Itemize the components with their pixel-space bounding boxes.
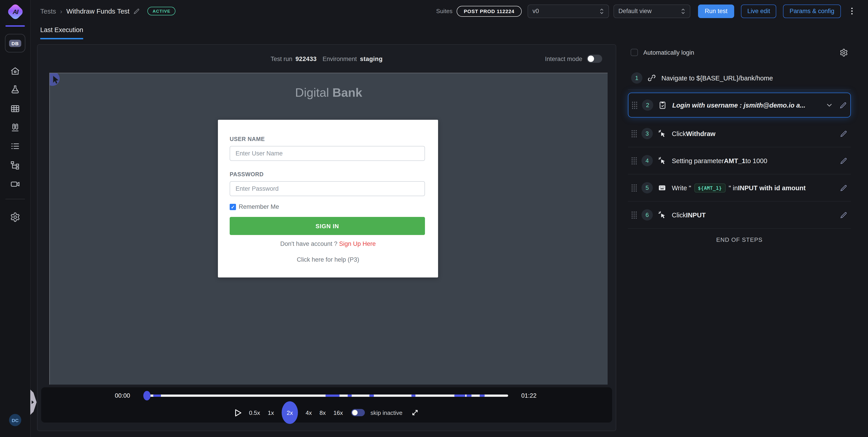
sign-in-button[interactable]: SIGN IN [230,217,425,235]
edit-title-icon[interactable] [133,8,140,14]
live-edit-button[interactable]: Live edit [741,4,776,18]
user-avatar[interactable]: DC [9,414,21,426]
step-text-part: INPUT with id amount [738,184,806,191]
edit-step-icon[interactable] [840,211,847,218]
step-row-2[interactable]: 2Login with username : jsmith@demo.io a.… [628,93,851,118]
keyboard-icon [658,184,666,192]
step-row-6[interactable]: 6Click INPUT [628,201,851,229]
breadcrumb-separator: › [60,7,62,15]
play-icon[interactable] [235,409,241,416]
sidebar-item-settings[interactable] [10,212,20,222]
fullscreen-icon[interactable] [412,409,419,416]
step-text-part: Click [672,211,686,218]
step-row-3[interactable]: 3Click Withdraw [628,120,851,147]
skip-inactive-toggle[interactable] [351,409,365,416]
login-card: USER NAME PASSWORD ✓ Remember Me SIGN IN… [218,120,438,278]
environment-value: staging [360,55,383,62]
remember-me-checkbox[interactable]: ✓ [230,204,236,210]
step-row-5[interactable]: 5Write " ${AMT_1} " in INPUT with id amo… [628,175,851,201]
tree-icon [10,160,20,170]
sidebar-item-tests[interactable] [10,85,20,95]
view-select-value: Default view [618,8,652,14]
activity-segment [347,395,352,397]
breadcrumb: Tests › Withdraw Funds Test ACTIVE [40,0,176,22]
step-actions [840,184,847,191]
time-current: 00:00 [115,392,130,399]
speed-16x[interactable]: 16x [333,409,343,416]
speed-1x[interactable]: 1x [268,409,274,416]
execution-panel: Test run 922433 Environment staging Inte… [37,44,616,431]
speed-4x[interactable]: 4x [306,409,312,416]
interact-mode-toggle[interactable] [587,55,602,63]
interact-mode: Interact mode [545,55,602,63]
username-label: USER NAME [230,136,265,142]
test-run-value: 922433 [296,55,317,62]
drag-handle-icon[interactable] [631,211,637,219]
edit-step-icon[interactable] [840,184,847,191]
step-text-part: Navigate to ${BASE_URL}/bank/home [661,74,773,82]
bank-title-light: Digital [295,86,329,99]
activity-segment [467,395,471,397]
speed-2x-active[interactable]: 2x [282,401,298,424]
playback-controls: 0.5x1x2x4x8x16x skip inactive [41,403,612,423]
signup-link[interactable]: Sign Up Here [339,241,376,247]
parameter-chip: ${AMT_1} [694,183,725,192]
steps-settings-gear-icon[interactable] [839,48,848,57]
remember-me-label: Remember Me [239,204,279,210]
step-text: Login with username : jsmith@demo.io a..… [672,101,805,109]
help-link[interactable]: Click here for help (P3) [218,256,438,263]
sidebar-item-table[interactable] [10,103,20,114]
step-text-part: to 1000 [745,157,767,164]
step-number-badge: 6 [642,209,653,221]
step-text-part: Withdraw [686,130,715,137]
tab-last-execution[interactable]: Last Execution [40,26,83,39]
sidebar-item-home[interactable] [10,66,20,76]
cursor-click-icon [658,156,666,165]
signup-row: Don't have account ? Sign Up Here [218,241,438,247]
suites-label: Suites [436,8,453,14]
sidebar-item-results[interactable] [10,122,20,133]
step-text: Click Withdraw [672,130,715,137]
step-text: Navigate to ${BASE_URL}/bank/home [661,74,773,82]
step-number-badge: 2 [642,99,653,111]
drag-handle-icon[interactable] [631,101,638,109]
step-row-4[interactable]: 4Setting parameter AMT_1 to 1000 [628,147,851,175]
view-select[interactable]: Default view [614,4,690,18]
drag-handle-icon[interactable] [631,184,637,192]
run-test-button[interactable]: Run test [698,4,735,18]
edit-step-icon[interactable] [840,157,847,164]
sidebar-item-list[interactable] [10,141,20,151]
chevron-updown-icon [681,7,685,15]
overflow-menu-icon[interactable] [849,6,855,17]
edit-step-icon[interactable] [839,101,847,109]
seek-knob[interactable] [143,391,151,400]
edit-step-icon[interactable] [840,130,847,137]
sidebar-item-recordings[interactable] [10,179,20,189]
seek-track[interactable] [150,395,508,397]
sidebar-collapse-handle[interactable] [30,389,37,415]
suite-pill[interactable]: POST PROD 112224 [457,6,522,17]
speed-0.5x[interactable]: 0.5x [249,409,260,416]
auto-login-checkbox[interactable] [631,49,638,56]
password-input[interactable] [230,181,425,196]
username-input[interactable] [230,146,425,161]
speed-8x[interactable]: 8x [320,409,326,416]
bank-title: Digital Bank [50,86,608,100]
breadcrumb-tests[interactable]: Tests [40,7,56,15]
interact-mode-label: Interact mode [545,55,582,62]
sidebar-item-suites-tree[interactable] [10,160,20,170]
chevron-down-icon[interactable] [826,102,833,108]
time-total: 01:22 [521,392,537,399]
app-logo: AI [8,4,23,20]
step-row-1[interactable]: 1Navigate to ${BASE_URL}/bank/home [628,66,851,90]
params-config-button[interactable]: Params & config [783,4,841,18]
drag-handle-icon[interactable] [631,157,637,165]
home-icon [10,66,20,76]
logo-underline [5,25,25,27]
cursor-click-icon [658,129,666,138]
step-list: 1Navigate to ${BASE_URL}/bank/home2Login… [628,66,851,229]
workspace-badge[interactable]: DB [5,34,25,53]
version-select[interactable]: v0 [528,4,609,18]
activity-segment [411,395,416,397]
drag-handle-icon[interactable] [631,129,637,137]
